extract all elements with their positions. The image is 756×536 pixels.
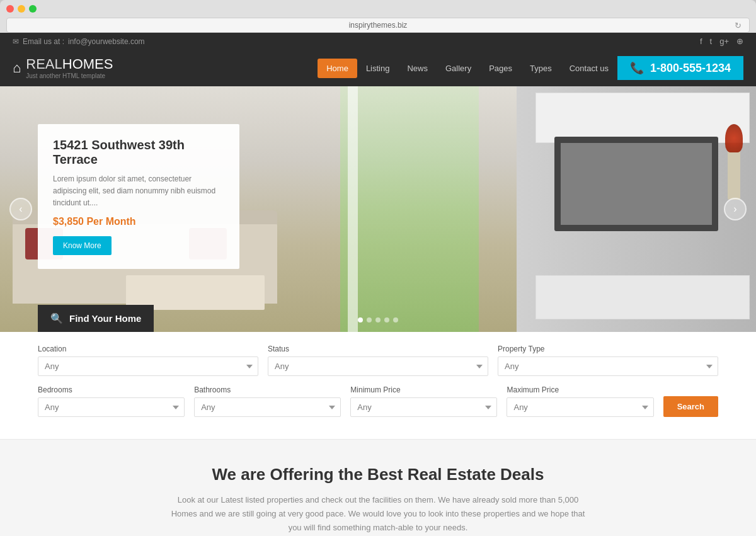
- search-icon: 🔍: [50, 312, 63, 324]
- googleplus-icon[interactable]: g+: [719, 37, 729, 46]
- logo-real: REAL: [26, 56, 62, 72]
- address-bar[interactable]: inspirythemes.biz ↻: [6, 18, 750, 33]
- nav-gallery[interactable]: Gallery: [437, 59, 480, 78]
- phone-number[interactable]: 1-800-555-1234: [650, 62, 731, 75]
- max-price-select[interactable]: Any: [507, 397, 653, 417]
- find-home-bar[interactable]: 🔍 Find Your Home: [38, 305, 154, 332]
- phone-bar: 📞 1-800-555-1234: [617, 56, 743, 80]
- main-section: We are Offering the Best Real Estate Dea…: [0, 440, 756, 536]
- slider-dot-5[interactable]: [393, 317, 398, 322]
- logo-text-area: REALHOMES Just another HTML template: [26, 57, 113, 79]
- minimize-button[interactable]: [18, 5, 25, 13]
- window-frame: [348, 86, 358, 332]
- logo-text: REALHOMES: [26, 57, 113, 71]
- slider-dots: [358, 317, 398, 322]
- hero-card-description: Lorem ipsum dolor sit amet, consectetuer…: [53, 173, 224, 210]
- search-form-section: Location Any Status Any Property Type An…: [0, 332, 756, 440]
- logo-tagline: Just another HTML template: [26, 72, 113, 79]
- hero-card-title: 15421 Southwest 39th Terrace: [53, 138, 224, 167]
- envelope-icon: ✉: [13, 37, 19, 46]
- vase: [724, 124, 743, 200]
- url-text: inspirythemes.biz: [349, 21, 408, 30]
- home-logo-icon: ⌂: [13, 60, 21, 76]
- slider-prev-button[interactable]: ‹: [9, 198, 32, 220]
- bedrooms-label: Bedrooms: [38, 385, 185, 394]
- slider-dot-3[interactable]: [375, 317, 381, 322]
- know-more-button[interactable]: Know More: [53, 236, 112, 255]
- top-bar-left: ✉ Email us at : info@yourwebsite.com: [13, 37, 145, 46]
- hero-section: 15421 Southwest 39th Terrace Lorem ipsum…: [0, 86, 756, 332]
- facebook-icon[interactable]: f: [700, 37, 702, 46]
- email-label: Email us at :: [23, 37, 64, 46]
- email-link[interactable]: info@yourwebsite.com: [68, 37, 145, 46]
- twitter-icon[interactable]: t: [710, 37, 713, 46]
- bedrooms-select[interactable]: Any: [38, 397, 185, 417]
- search-form-row-2: Bedrooms Any Bathrooms Any Minimum Price…: [38, 385, 718, 417]
- status-label: Status: [268, 345, 488, 353]
- logo-area: ⌂ REALHOMES Just another HTML template: [13, 57, 113, 79]
- search-form-row-1: Location Any Status Any Property Type An…: [38, 345, 718, 376]
- search-button-group: Search: [663, 385, 718, 417]
- bathrooms-select[interactable]: Any: [194, 397, 341, 417]
- social-links: f t g+ ⊕: [700, 37, 743, 46]
- location-select[interactable]: Any: [38, 356, 258, 376]
- tv-stand: [536, 275, 750, 319]
- main-nav: Home Listing News Gallery Pages Types Co…: [318, 59, 617, 78]
- window: [340, 86, 479, 332]
- bedrooms-group: Bedrooms Any: [38, 385, 185, 417]
- property-type-group: Property Type Any: [498, 345, 718, 376]
- slider-dot-1[interactable]: [358, 317, 363, 322]
- header: ⌂ REALHOMES Just another HTML template H…: [0, 50, 756, 86]
- section-description: Look at our Latest listed properties and…: [164, 493, 592, 535]
- location-label: Location: [38, 345, 258, 353]
- tv: [554, 137, 718, 231]
- section-title: We are Offering the Best Real Estate Dea…: [38, 465, 718, 484]
- slider-dot-2[interactable]: [367, 317, 372, 322]
- status-select[interactable]: Any: [268, 356, 488, 376]
- logo-homes: HOMES: [62, 56, 113, 72]
- upper-cabinets: [536, 93, 750, 143]
- min-price-label: Minimum Price: [350, 385, 497, 394]
- nav-types[interactable]: Types: [521, 59, 561, 78]
- nav-listing[interactable]: Listing: [357, 59, 399, 78]
- property-type-label: Property Type: [498, 345, 718, 353]
- bathrooms-group: Bathrooms Any: [194, 385, 341, 417]
- hero-property-card: 15421 Southwest 39th Terrace Lorem ipsum…: [38, 124, 239, 269]
- rss-icon[interactable]: ⊕: [736, 37, 743, 46]
- bathrooms-label: Bathrooms: [194, 385, 341, 394]
- top-bar: ✉ Email us at : info@yourwebsite.com f t…: [0, 33, 756, 50]
- max-price-label: Maximum Price: [507, 385, 653, 394]
- phone-icon: 📞: [630, 61, 644, 75]
- find-home-label: Find Your Home: [69, 313, 141, 324]
- reload-icon[interactable]: ↻: [735, 21, 742, 30]
- nav-news[interactable]: News: [398, 59, 437, 78]
- nav-contact[interactable]: Contact us: [561, 59, 617, 78]
- hero-card-price: $3,850 Per Month: [53, 216, 224, 227]
- min-price-group: Minimum Price Any: [350, 385, 497, 417]
- website: ✉ Email us at : info@yourwebsite.com f t…: [0, 33, 756, 536]
- min-price-select[interactable]: Any: [350, 397, 497, 417]
- browser-chrome: inspirythemes.biz ↻: [0, 0, 756, 33]
- nav-home[interactable]: Home: [318, 59, 357, 78]
- search-button[interactable]: Search: [663, 396, 718, 417]
- location-group: Location Any: [38, 345, 258, 376]
- maximize-button[interactable]: [29, 5, 37, 13]
- status-group: Status Any: [268, 345, 488, 376]
- nav-pages[interactable]: Pages: [480, 59, 521, 78]
- max-price-group: Maximum Price Any: [507, 385, 653, 417]
- slider-next-button[interactable]: ›: [724, 198, 747, 220]
- slider-dot-4[interactable]: [384, 317, 389, 322]
- browser-buttons: [6, 5, 750, 13]
- property-type-select[interactable]: Any: [498, 356, 718, 376]
- close-button[interactable]: [6, 5, 14, 13]
